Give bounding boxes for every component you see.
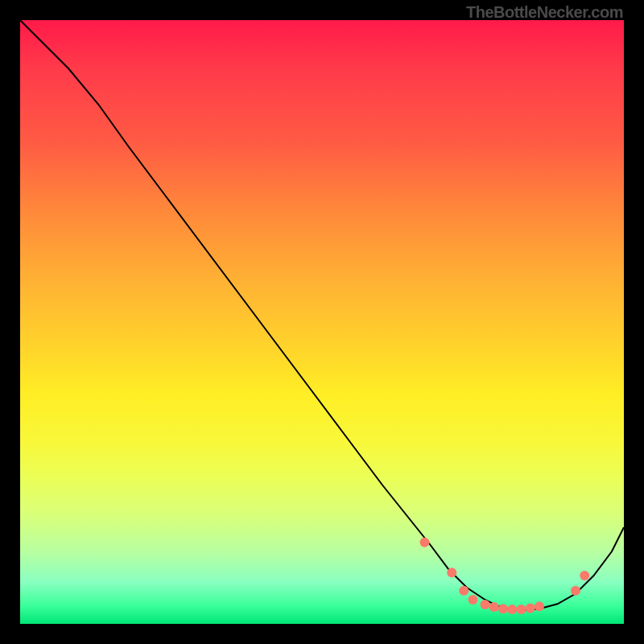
marker-dot — [447, 568, 456, 577]
marker-dot — [571, 586, 580, 596]
marker-dot — [526, 604, 535, 613]
chart-svg — [20, 20, 624, 624]
chart-frame: TheBottleNecker.com — [0, 0, 644, 644]
marker-dot — [517, 605, 526, 614]
marker-dot — [420, 538, 430, 547]
marker-dot — [498, 604, 508, 613]
watermark-label: TheBottleNecker.com — [466, 3, 623, 22]
marker-dot — [535, 601, 544, 611]
plot-area — [20, 20, 624, 624]
curve-line — [20, 20, 624, 611]
marker-dot — [459, 586, 469, 596]
marker-dot — [489, 602, 499, 612]
marker-dot — [507, 605, 517, 614]
curve-markers — [420, 538, 590, 614]
marker-dot — [580, 571, 589, 580]
marker-dot — [469, 595, 478, 605]
marker-dot — [481, 600, 490, 609]
